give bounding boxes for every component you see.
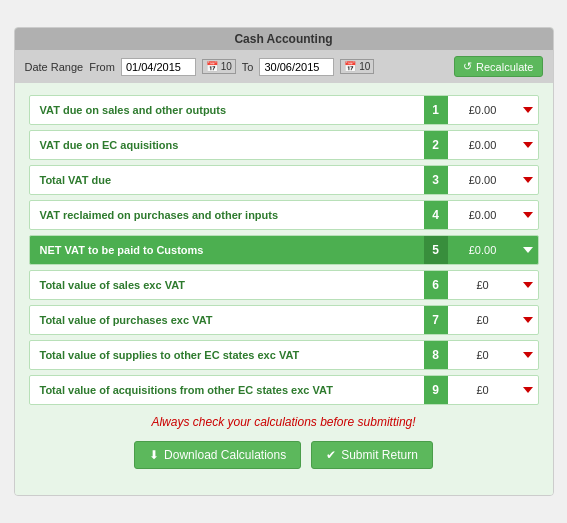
vat-row-number: 6 [424,271,448,299]
vat-row: Total value of supplies to other EC stat… [29,340,539,370]
refresh-icon: ↺ [463,60,472,73]
vat-row-number: 7 [424,306,448,334]
download-icon: ⬇ [149,448,159,462]
header-title: Cash Accounting [234,32,332,46]
vat-rows-container: VAT due on sales and other outputs 1 £0.… [29,95,539,405]
vat-row-label: Total value of acquisitions from other E… [30,384,424,396]
vat-row-number: 4 [424,201,448,229]
vat-row: VAT reclaimed on purchases and other inp… [29,200,539,230]
to-label: To [242,61,254,73]
vat-row-dropdown[interactable] [518,306,538,334]
submit-label: Submit Return [341,448,418,462]
svg-marker-2 [523,177,533,183]
vat-row-value: £0.00 [448,209,518,221]
recalculate-button[interactable]: ↺ Recalculate [454,56,542,77]
vat-row-number: 5 [424,236,448,264]
svg-marker-5 [523,282,533,288]
vat-row-dropdown[interactable] [518,376,538,404]
toolbar: Date Range From 📅 10 To 📅 10 ↺ Recalcula… [15,50,553,83]
vat-row-number: 3 [424,166,448,194]
vat-row-value: £0 [448,314,518,326]
vat-row: Total VAT due 3 £0.00 [29,165,539,195]
bottom-buttons: ⬇ Download Calculations ✔ Submit Return [29,441,539,483]
svg-marker-8 [523,387,533,393]
vat-row-value: £0.00 [448,244,518,256]
vat-row-label: NET VAT to be paid to Customs [30,244,424,256]
vat-row-number: 8 [424,341,448,369]
download-label: Download Calculations [164,448,286,462]
vat-row-value: £0.00 [448,174,518,186]
check-icon: ✔ [326,448,336,462]
vat-row-number: 1 [424,96,448,124]
vat-row-label: VAT reclaimed on purchases and other inp… [30,209,424,221]
vat-row-value: £0 [448,279,518,291]
vat-row: NET VAT to be paid to Customs 5 £0.00 [29,235,539,265]
to-calendar-button[interactable]: 📅 10 [340,59,374,74]
vat-row-label: Total value of supplies to other EC stat… [30,349,424,361]
header-bar: Cash Accounting [15,28,553,50]
date-range-label: Date Range [25,61,84,73]
vat-row-label: Total value of sales exc VAT [30,279,424,291]
vat-row: VAT due on EC aquisitions 2 £0.00 [29,130,539,160]
content-area: VAT due on sales and other outputs 1 £0.… [15,83,553,495]
vat-row-dropdown[interactable] [518,271,538,299]
svg-marker-4 [523,247,533,253]
download-button[interactable]: ⬇ Download Calculations [134,441,301,469]
vat-row-dropdown[interactable] [518,341,538,369]
warning-text: Always check your calculations before su… [29,415,539,429]
from-date-input[interactable] [121,58,196,76]
vat-row-dropdown[interactable] [518,131,538,159]
vat-row-dropdown[interactable] [518,166,538,194]
svg-marker-6 [523,317,533,323]
vat-row-label: VAT due on EC aquisitions [30,139,424,151]
to-date-input[interactable] [259,58,334,76]
vat-row-label: Total VAT due [30,174,424,186]
vat-row-number: 9 [424,376,448,404]
from-calendar-button[interactable]: 📅 10 [202,59,236,74]
vat-row-value: £0 [448,349,518,361]
vat-row-dropdown[interactable] [518,236,538,264]
calendar-icon: 📅 [206,61,218,72]
svg-marker-3 [523,212,533,218]
vat-row: Total value of acquisitions from other E… [29,375,539,405]
vat-row-label: VAT due on sales and other outputs [30,104,424,116]
svg-marker-1 [523,142,533,148]
svg-marker-0 [523,107,533,113]
main-container: Cash Accounting Date Range From 📅 10 To … [14,27,554,496]
vat-row: Total value of sales exc VAT 6 £0 [29,270,539,300]
svg-marker-7 [523,352,533,358]
vat-row-number: 2 [424,131,448,159]
vat-row-value: £0.00 [448,104,518,116]
from-label: From [89,61,115,73]
vat-row-dropdown[interactable] [518,201,538,229]
vat-row: VAT due on sales and other outputs 1 £0.… [29,95,539,125]
vat-row-value: £0.00 [448,139,518,151]
vat-row-label: Total value of purchases exc VAT [30,314,424,326]
vat-row-dropdown[interactable] [518,96,538,124]
vat-row: Total value of purchases exc VAT 7 £0 [29,305,539,335]
calendar-icon-2: 📅 [344,61,356,72]
submit-button[interactable]: ✔ Submit Return [311,441,433,469]
vat-row-value: £0 [448,384,518,396]
